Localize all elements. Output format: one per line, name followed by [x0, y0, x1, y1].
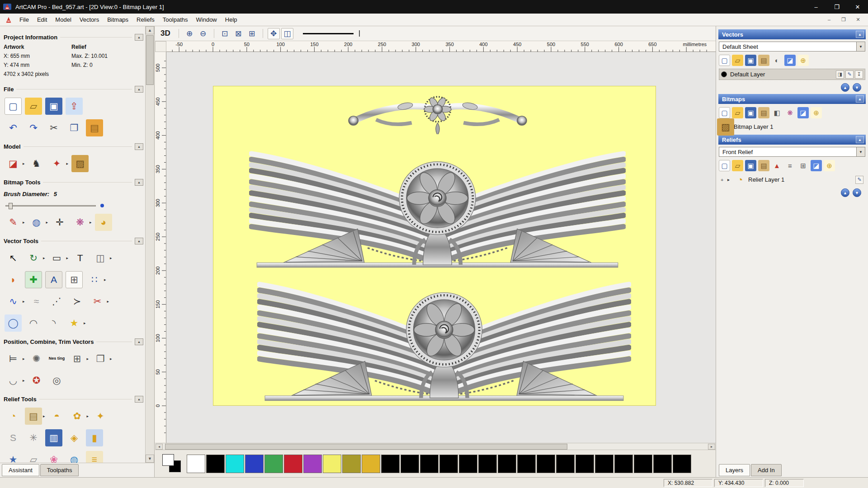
brush-diameter-slider-thumb[interactable] [9, 203, 13, 209]
palette-swatch-19[interactable] [556, 455, 575, 473]
palette-swatch-23[interactable] [634, 455, 652, 473]
texture-paint-icon[interactable]: ◕ [95, 214, 112, 231]
add-relief-clipart-flyout-arrow[interactable]: ▸ [66, 161, 69, 166]
tab-add-in[interactable]: Add In [751, 464, 782, 476]
new-vector-file-icon[interactable]: ▢ [719, 55, 730, 66]
chevron-down-icon[interactable]: ▼ [856, 42, 865, 51]
shape-editor-icon[interactable]: ◓ [48, 408, 66, 425]
nesting-icon[interactable]: Nes ting [48, 350, 66, 367]
set-model-size-flyout-arrow[interactable]: ▸ [23, 161, 25, 166]
close-button[interactable]: ✕ [847, 0, 868, 14]
undo-icon[interactable]: ↶ [5, 119, 22, 136]
mirror-vectors-icon[interactable]: ◫ [92, 249, 109, 267]
move-vector-layer-down-button[interactable]: ▼ [853, 83, 861, 92]
vector-tools-rollup-button[interactable]: ▲ [135, 238, 143, 244]
palette-swatch-12[interactable] [420, 455, 439, 473]
palette-swatch-1[interactable] [206, 455, 225, 473]
toggle-relief-grid-icon[interactable]: ⊞ [797, 160, 809, 171]
palette-swatch-11[interactable] [401, 455, 419, 473]
block-grid-copy-icon[interactable]: ⊞ [69, 350, 86, 367]
zoom-objects-icon[interactable]: ⊠ [232, 28, 245, 39]
drip-feed-relief-icon[interactable]: ◈ [66, 429, 83, 446]
scroll-down-button[interactable]: ▼ [146, 455, 154, 463]
zoom-box-icon[interactable]: ⊡ [219, 28, 231, 39]
save-vectors-icon[interactable]: ▣ [745, 55, 756, 66]
delete-relief-layer-icon[interactable]: ◪ [811, 160, 822, 171]
relief-select[interactable]: Front Relief ▼ [719, 147, 865, 157]
menu-window[interactable]: Window [192, 14, 221, 25]
paste-icon[interactable]: ▤ [86, 119, 103, 136]
open-vectors-icon[interactable]: ▱ [732, 55, 743, 66]
star-relief-icon[interactable]: ★ [5, 451, 22, 463]
create-text-icon[interactable]: T [71, 249, 89, 267]
scroll-up-button[interactable]: ▲ [146, 26, 154, 34]
add-relief-layer-mini-button[interactable]: + [721, 177, 724, 183]
tab-assistant[interactable]: Assistant [2, 464, 39, 476]
select-vectors-icon[interactable]: ↖ [5, 249, 22, 267]
doc-restore-button[interactable]: ❐ [840, 17, 847, 23]
palette-swatch-16[interactable] [498, 455, 516, 473]
convert-to-arcs-icon[interactable]: ≻ [69, 293, 86, 310]
open-bitmap-icon[interactable]: ▱ [732, 107, 743, 118]
adjust-levels-icon[interactable]: ◧ [771, 107, 783, 118]
sculpting-icon[interactable]: ◔ [5, 408, 22, 425]
file-section-rollup-button[interactable]: ▲ [135, 86, 143, 93]
palette-swatch-9[interactable] [362, 455, 380, 473]
doc-minimize-button[interactable]: – [826, 17, 833, 23]
canvas-scroll-thumb[interactable] [165, 444, 567, 450]
vector-layer-row[interactable]: Default Layer ◨✎↧ [719, 69, 865, 80]
preview-sheet-icon[interactable]: ◫ [281, 28, 293, 39]
texture-sphere-icon[interactable]: ◍ [66, 451, 83, 463]
palette-swatch-20[interactable] [576, 455, 594, 473]
menu-vectors[interactable]: Vectors [75, 14, 103, 25]
new-relief-layer-icon[interactable]: ⊕ [824, 160, 835, 171]
chevron-down-icon[interactable]: ▼ [856, 147, 865, 156]
menu-bitmaps[interactable]: Bitmaps [103, 14, 132, 25]
create-arc-icon[interactable]: ◠ [25, 314, 42, 332]
switch-to-3d-view-button[interactable]: 3D [159, 29, 174, 38]
palette-swatch-22[interactable] [614, 455, 633, 473]
zoom-page-icon[interactable]: ⊞ [246, 28, 258, 39]
vector-doctor-icon[interactable]: ◗ [5, 271, 22, 288]
primary-colour-selector[interactable] [162, 453, 184, 474]
create-star-flyout-arrow[interactable]: ▸ [84, 321, 86, 325]
palette-swatch-3[interactable] [245, 455, 264, 473]
palette-swatch-14[interactable] [459, 455, 477, 473]
delete-vector-layer-icon[interactable]: ◪ [784, 55, 796, 66]
move-relief-layer-up-button[interactable]: ▲ [841, 188, 849, 197]
relief-from-vectors-icon[interactable]: ✿ [69, 408, 86, 425]
create-polyline-icon[interactable]: ∿ [5, 293, 22, 310]
save-bitmap-icon[interactable]: ▣ [745, 107, 756, 118]
menu-help[interactable]: Help [221, 14, 241, 25]
palette-swatch-10[interactable] [381, 455, 400, 473]
save-relief-icon[interactable]: ▣ [745, 160, 756, 171]
toggle-all-visible-icon[interactable]: ◐ [771, 55, 783, 66]
new-relief-file-icon[interactable]: ▢ [719, 160, 730, 171]
palette-swatch-8[interactable] [342, 455, 361, 473]
set-model-size-icon[interactable]: ◪ [5, 155, 22, 172]
palette-swatch-5[interactable] [284, 455, 302, 473]
add-relief-clipart-icon[interactable]: ✦ [48, 155, 66, 172]
menu-file[interactable]: File [15, 14, 33, 25]
zoom-out-icon[interactable]: ⊖ [197, 28, 209, 39]
delete-bitmap-layer-icon[interactable]: ◪ [797, 107, 809, 118]
palette-swatch-24[interactable] [653, 455, 672, 473]
pan-view-icon[interactable]: ✥ [268, 28, 280, 39]
cut-icon[interactable]: ✂ [45, 119, 62, 136]
create-ellipse-icon[interactable]: ◯ [5, 314, 22, 332]
weave-wizard-icon[interactable]: ✳ [25, 429, 42, 446]
brush-diameter-slider[interactable] [5, 205, 96, 206]
copy-icon[interactable]: ❐ [66, 119, 83, 136]
save-model-icon[interactable]: ▣ [45, 98, 62, 115]
two-rail-sweep-icon[interactable]: ✦ [92, 408, 109, 425]
rotate-copy-icon[interactable]: ✺ [28, 350, 45, 367]
envelope-distort-icon[interactable]: ▱ [25, 451, 42, 463]
edit-relief-layer-icon[interactable]: ✎ [855, 176, 863, 184]
palette-swatch-15[interactable] [478, 455, 497, 473]
new-bitmap-file-icon[interactable]: ▢ [719, 107, 730, 118]
array-copy-flyout-arrow[interactable]: ▸ [104, 277, 106, 282]
lock-vector-layer-icon[interactable]: ◨ [836, 70, 844, 79]
relief-layer-thumbnail-icon[interactable]: ◔ [731, 171, 749, 188]
import-export-model-icon[interactable]: ⇪ [66, 98, 83, 115]
move-vector-layer-up-button[interactable]: ▲ [841, 83, 849, 92]
